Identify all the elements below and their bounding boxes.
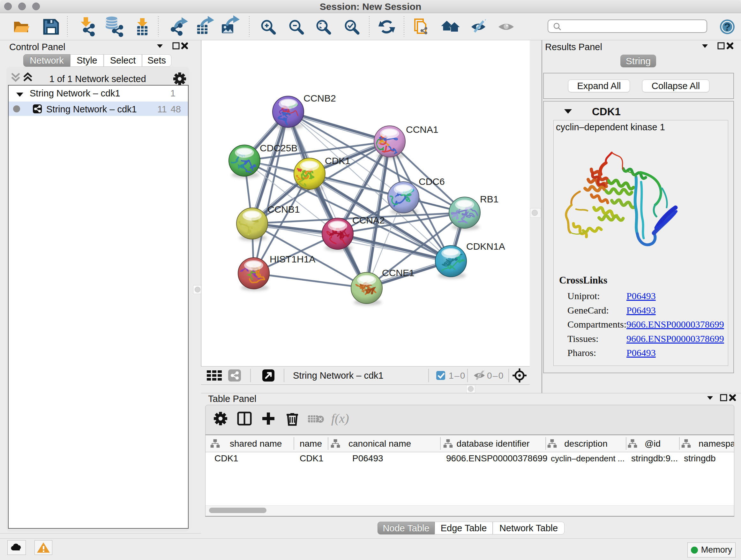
svg-text:stringdb: stringdb	[684, 453, 716, 463]
svg-text:database identifier: database identifier	[457, 439, 530, 449]
svg-text:namespac: namespac	[698, 439, 734, 449]
svg-text:1 – 0: 1 – 0	[449, 371, 465, 381]
svg-text:@id: @id	[645, 439, 661, 449]
svg-text:CCNB1: CCNB1	[267, 204, 300, 214]
svg-text:CDC25B: CDC25B	[260, 143, 297, 153]
svg-text:HIST1H1A: HIST1H1A	[270, 254, 315, 264]
svg-text:cyclin–dependent ...: cyclin–dependent ...	[551, 454, 624, 463]
svg-text:0 – 0: 0 – 0	[487, 371, 503, 381]
svg-text:CDC6: CDC6	[419, 176, 445, 187]
svg-text:CDK1: CDK1	[300, 453, 324, 463]
svg-text:9606.ENSP00000378699: 9606.ENSP00000378699	[446, 453, 548, 463]
svg-text:1: 1	[171, 88, 176, 98]
svg-text:stringdb:9...: stringdb:9...	[631, 453, 678, 463]
svg-text:CCNA1: CCNA1	[406, 124, 439, 135]
svg-text:name: name	[300, 439, 322, 449]
svg-text:String Network – cdk1: String Network – cdk1	[30, 88, 120, 98]
svg-text:P06493: P06493	[352, 453, 383, 463]
svg-text:?: ?	[724, 21, 731, 33]
svg-text:CCNA2: CCNA2	[352, 215, 385, 226]
svg-text:canonical name: canonical name	[348, 439, 411, 449]
svg-text:String Network – cdk1: String Network – cdk1	[46, 104, 137, 114]
svg-text:description: description	[564, 439, 607, 449]
svg-text:CDK1: CDK1	[214, 453, 239, 463]
svg-text:11: 11	[157, 104, 167, 114]
svg-text:CCNB2: CCNB2	[304, 93, 336, 104]
svg-text:CDK1: CDK1	[325, 155, 350, 166]
svg-text:CDKN1A: CDKN1A	[466, 241, 505, 252]
svg-text:RB1: RB1	[480, 194, 498, 204]
svg-text:shared name: shared name	[230, 439, 282, 449]
svg-text:48: 48	[171, 104, 181, 114]
svg-text:CCNE1: CCNE1	[382, 267, 414, 278]
svg-text:f(x): f(x)	[331, 411, 349, 426]
svg-text:String Network – cdk1: String Network – cdk1	[293, 370, 384, 381]
